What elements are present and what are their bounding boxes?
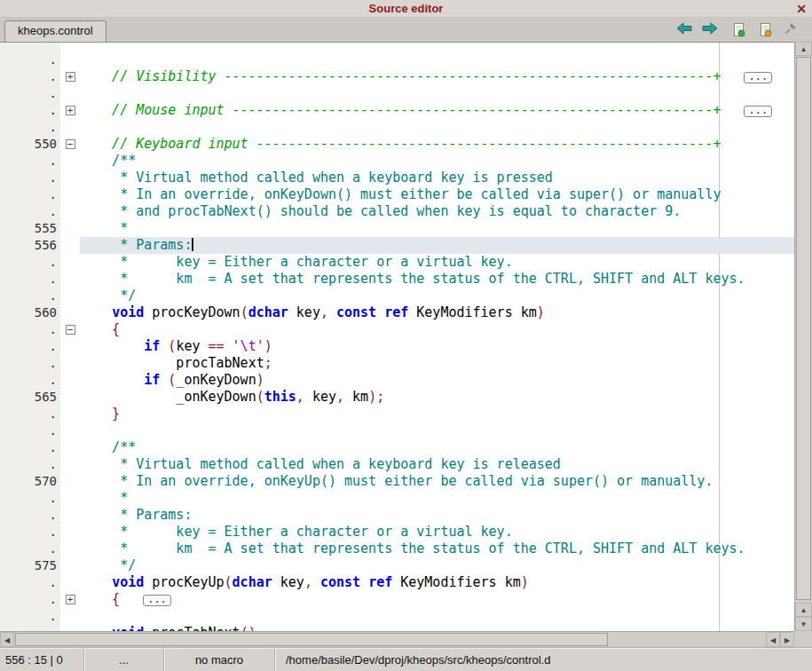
line-number: . [0,406,60,422]
document-orange-dot-icon[interactable] [759,22,777,38]
scroll-up-arrow-icon[interactable]: ▲ [795,603,812,617]
vertical-scrollbar[interactable]: ▲ ▲ ▼ [794,42,812,631]
code-line[interactable]: 550− // Keyboard input -----------------… [0,136,794,153]
fold-margin [60,288,80,304]
fold-margin [60,625,80,631]
code-text: */ [80,288,794,304]
horizontal-scrollbar-thumb[interactable] [15,633,608,646]
code-token: _onKeyDown [176,372,256,388]
code-token: dchar [233,574,272,590]
editor-area[interactable]: ..+ // Visibility ----------------------… [0,42,794,631]
code-line[interactable]: 570 * In an override, onKeyUp() must eit… [0,473,794,490]
code-line[interactable]: . void procTabNext() [0,625,794,631]
line-number: 550 [0,136,60,153]
scroll-up-arrow-icon[interactable]: ▲ [795,42,812,56]
fold-expand-icon[interactable]: + [66,106,75,115]
code-token: , [296,389,304,405]
editor-lines: ..+ // Visibility ----------------------… [0,51,794,631]
code-line[interactable]: . if (_onKeyDown) [0,372,794,389]
nav-forward-icon[interactable] [702,22,720,38]
scroll-down-arrow-icon[interactable]: ▼ [795,617,812,631]
code-line[interactable]: .− { [0,321,794,338]
document-green-dot-icon[interactable] [732,22,750,38]
code-line[interactable]: . void procKeyUp(dchar key, const ref Ke… [0,574,794,591]
code-line[interactable]: . if (key == '\t') [0,338,794,355]
code-text: * Virtual method called when a keyboard … [80,456,794,473]
code-line[interactable]: .+ // Mouse input ----------------------… [0,102,794,119]
close-icon[interactable]: ✕ [796,0,807,18]
code-line[interactable]: . [0,119,794,136]
fold-collapse-icon[interactable]: − [66,325,75,335]
tab-label: kheops.control [18,24,93,37]
titlebar[interactable]: Source editor ✕ [0,0,812,18]
line-number: . [0,254,60,271]
fold-margin [60,507,80,524]
code-line[interactable]: . * key = Either a character or a virtua… [0,254,794,271]
code-token: * Virtual method called when a keyboard … [80,170,553,186]
code-text: void procTabNext() [80,625,794,631]
pin-icon[interactable] [784,22,802,38]
horizontal-scrollbar[interactable]: ◀ ◀ ▶ [0,631,794,647]
vertical-scrollbar-thumb[interactable] [796,57,811,600]
code-line[interactable]: . * Virtual method called when a keyboar… [0,170,794,186]
code-line[interactable]: . * [0,490,794,507]
fold-ellipsis[interactable]: ... [744,106,772,117]
code-line[interactable]: . [0,51,794,68]
status-pending: ... [84,648,164,671]
code-text: procTabNext; [80,355,794,372]
code-line[interactable]: . * km = A set that represents the statu… [0,271,794,288]
fold-collapse-icon[interactable]: − [66,139,75,149]
code-line[interactable]: . [0,422,794,439]
code-line[interactable]: . [0,85,794,102]
code-line[interactable]: . /** [0,439,794,456]
scroll-left-arrow-icon[interactable]: ◀ [766,632,780,647]
code-token: key [176,338,208,354]
code-line[interactable]: .+ // Visibility -----------------------… [0,68,794,85]
code-line[interactable]: . * Params: [0,507,794,524]
code-line[interactable]: 565 _onKeyDown(this, key, km); [0,389,794,406]
code-line[interactable]: . * key = Either a character or a virtua… [0,524,794,541]
fold-margin [60,304,80,321]
code-line[interactable]: .+ {... [0,591,794,608]
fold-expand-icon[interactable]: + [66,595,75,604]
fold-ellipsis[interactable]: ... [143,595,171,606]
code-token: void [112,574,144,590]
code-line[interactable]: 560 void procKeyDown(dchar key, const re… [0,304,794,321]
code-line[interactable]: . * In an override, onKeyDown() must eit… [0,186,794,203]
code-line[interactable]: 575 */ [0,557,794,574]
code-text: {... [80,591,794,608]
code-line[interactable]: . [0,608,794,625]
fold-expand-icon[interactable]: + [66,72,75,82]
fold-margin [60,473,80,490]
line-number: . [0,524,60,541]
code-token: // Mouse input -------------------------… [80,102,721,118]
code-token: const [336,304,376,320]
tab-kheops-control[interactable]: kheops.control [4,20,106,42]
code-token: procKeyDown [144,304,240,320]
code-line[interactable]: . */ [0,288,794,304]
code-text: // Visibility --------------------------… [80,68,794,85]
code-line[interactable]: 555 * [0,220,794,237]
nav-back-icon[interactable] [676,22,694,38]
code-line[interactable]: . * km = A set that represents the statu… [0,541,794,557]
fold-ellipsis[interactable]: ... [744,72,772,83]
scroll-right-arrow-icon[interactable]: ▶ [780,632,794,647]
code-token: procTabNext [80,355,264,371]
code-token: ref [368,574,392,590]
fold-margin [60,271,80,288]
code-token: */ [80,288,136,304]
code-token: /** [80,153,136,169]
code-line[interactable]: 556 * Params: [0,237,794,254]
code-line[interactable]: . } [0,406,794,422]
code-token: const [320,574,360,590]
code-line[interactable]: . * Virtual method called when a keyboar… [0,456,794,473]
code-line[interactable]: . * and procTabNext() should be called w… [0,203,794,220]
line-number: . [0,625,60,631]
code-text [80,51,794,68]
code-line[interactable]: . /** [0,153,794,170]
file-path-status: /home/basile/Dev/dproj/kheops/src/kheops… [275,648,812,671]
scroll-left-arrow-icon[interactable]: ◀ [0,632,14,647]
code-token: , [336,389,344,405]
code-token: KeyModifiers km [392,574,521,590]
code-line[interactable]: . procTabNext; [0,355,794,372]
